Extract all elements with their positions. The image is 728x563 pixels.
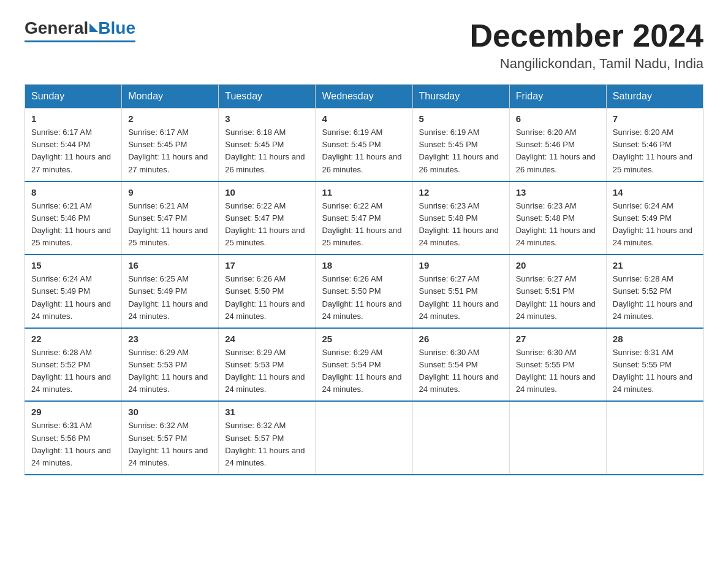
- day-number: 23: [128, 334, 212, 344]
- calendar-cell: 9Sunrise: 6:21 AMSunset: 5:47 PMDaylight…: [122, 182, 219, 255]
- calendar-cell: [412, 401, 509, 475]
- day-info: Sunrise: 6:21 AMSunset: 5:46 PMDaylight:…: [31, 200, 115, 250]
- day-info: Sunrise: 6:32 AMSunset: 5:57 PMDaylight:…: [225, 419, 309, 469]
- day-number: 24: [225, 334, 309, 344]
- day-info: Sunrise: 6:29 AMSunset: 5:53 PMDaylight:…: [128, 347, 212, 396]
- month-title: December 2024: [469, 18, 703, 53]
- day-number: 18: [322, 260, 406, 270]
- calendar-cell: 26Sunrise: 6:30 AMSunset: 5:54 PMDayligh…: [412, 328, 509, 402]
- day-number: 16: [128, 260, 212, 270]
- day-number: 15: [31, 260, 115, 270]
- day-info: Sunrise: 6:19 AMSunset: 5:45 PMDaylight:…: [419, 126, 503, 176]
- day-number: 17: [225, 260, 309, 270]
- day-info: Sunrise: 6:32 AMSunset: 5:57 PMDaylight:…: [128, 419, 212, 469]
- calendar-week-4: 22Sunrise: 6:28 AMSunset: 5:52 PMDayligh…: [25, 328, 703, 402]
- day-info: Sunrise: 6:18 AMSunset: 5:45 PMDaylight:…: [225, 126, 309, 176]
- day-number: 1: [31, 113, 115, 124]
- calendar-cell: 24Sunrise: 6:29 AMSunset: 5:53 PMDayligh…: [219, 328, 316, 402]
- day-info: Sunrise: 6:31 AMSunset: 5:55 PMDaylight:…: [613, 347, 697, 396]
- calendar-cell: [606, 401, 703, 475]
- calendar-header: Sunday Monday Tuesday Wednesday Thursday…: [25, 85, 703, 109]
- logo-underline: [25, 40, 135, 42]
- calendar-cell: 14Sunrise: 6:24 AMSunset: 5:49 PMDayligh…: [606, 182, 703, 255]
- day-number: 26: [419, 334, 503, 344]
- calendar-week-5: 29Sunrise: 6:31 AMSunset: 5:56 PMDayligh…: [25, 401, 703, 475]
- calendar-cell: 20Sunrise: 6:27 AMSunset: 5:51 PMDayligh…: [509, 255, 606, 328]
- day-number: 20: [516, 260, 600, 270]
- day-number: 22: [31, 334, 115, 344]
- day-info: Sunrise: 6:17 AMSunset: 5:44 PMDaylight:…: [31, 126, 115, 176]
- calendar-cell: 10Sunrise: 6:22 AMSunset: 5:47 PMDayligh…: [219, 182, 316, 255]
- calendar-cell: 19Sunrise: 6:27 AMSunset: 5:51 PMDayligh…: [412, 255, 509, 328]
- calendar-cell: [509, 401, 606, 475]
- calendar-week-1: 1Sunrise: 6:17 AMSunset: 5:44 PMDaylight…: [25, 109, 703, 182]
- header-saturday: Saturday: [606, 85, 703, 109]
- day-number: 6: [516, 113, 600, 124]
- day-info: Sunrise: 6:30 AMSunset: 5:55 PMDaylight:…: [516, 347, 600, 396]
- day-info: Sunrise: 6:22 AMSunset: 5:47 PMDaylight:…: [322, 200, 406, 250]
- calendar-cell: 17Sunrise: 6:26 AMSunset: 5:50 PMDayligh…: [219, 255, 316, 328]
- header-sunday: Sunday: [25, 85, 122, 109]
- day-number: 13: [516, 187, 600, 197]
- header-thursday: Thursday: [412, 85, 509, 109]
- calendar-cell: 8Sunrise: 6:21 AMSunset: 5:46 PMDaylight…: [25, 182, 122, 255]
- weekday-header-row: Sunday Monday Tuesday Wednesday Thursday…: [25, 85, 703, 109]
- logo-general-text: General: [25, 18, 88, 38]
- calendar-cell: [316, 401, 412, 475]
- day-info: Sunrise: 6:30 AMSunset: 5:54 PMDaylight:…: [419, 347, 503, 396]
- calendar-body: 1Sunrise: 6:17 AMSunset: 5:44 PMDaylight…: [25, 109, 703, 475]
- day-info: Sunrise: 6:26 AMSunset: 5:50 PMDaylight:…: [322, 273, 406, 323]
- day-info: Sunrise: 6:24 AMSunset: 5:49 PMDaylight:…: [31, 273, 115, 323]
- day-info: Sunrise: 6:28 AMSunset: 5:52 PMDaylight:…: [31, 347, 115, 396]
- header-friday: Friday: [509, 85, 606, 109]
- day-number: 11: [322, 187, 406, 197]
- day-info: Sunrise: 6:24 AMSunset: 5:49 PMDaylight:…: [613, 200, 697, 250]
- calendar-cell: 6Sunrise: 6:20 AMSunset: 5:46 PMDaylight…: [509, 109, 606, 182]
- calendar-cell: 18Sunrise: 6:26 AMSunset: 5:50 PMDayligh…: [316, 255, 412, 328]
- day-number: 3: [225, 113, 309, 124]
- day-number: 31: [225, 407, 309, 417]
- day-number: 14: [613, 187, 697, 197]
- calendar-cell: 7Sunrise: 6:20 AMSunset: 5:46 PMDaylight…: [606, 109, 703, 182]
- day-number: 10: [225, 187, 309, 197]
- day-info: Sunrise: 6:29 AMSunset: 5:54 PMDaylight:…: [322, 347, 406, 396]
- calendar-cell: 11Sunrise: 6:22 AMSunset: 5:47 PMDayligh…: [316, 182, 412, 255]
- calendar-cell: 28Sunrise: 6:31 AMSunset: 5:55 PMDayligh…: [606, 328, 703, 402]
- day-info: Sunrise: 6:17 AMSunset: 5:45 PMDaylight:…: [128, 126, 212, 176]
- day-info: Sunrise: 6:19 AMSunset: 5:45 PMDaylight:…: [322, 126, 406, 176]
- day-info: Sunrise: 6:23 AMSunset: 5:48 PMDaylight:…: [419, 200, 503, 250]
- header-tuesday: Tuesday: [219, 85, 316, 109]
- logo-blue-text: Blue: [98, 18, 135, 38]
- calendar-week-2: 8Sunrise: 6:21 AMSunset: 5:46 PMDaylight…: [25, 182, 703, 255]
- day-number: 25: [322, 334, 406, 344]
- calendar-cell: 4Sunrise: 6:19 AMSunset: 5:45 PMDaylight…: [316, 109, 412, 182]
- calendar-cell: 13Sunrise: 6:23 AMSunset: 5:48 PMDayligh…: [509, 182, 606, 255]
- day-info: Sunrise: 6:27 AMSunset: 5:51 PMDaylight:…: [419, 273, 503, 323]
- day-number: 7: [613, 113, 697, 124]
- day-number: 12: [419, 187, 503, 197]
- day-info: Sunrise: 6:27 AMSunset: 5:51 PMDaylight:…: [516, 273, 600, 323]
- header-wednesday: Wednesday: [316, 85, 412, 109]
- day-info: Sunrise: 6:26 AMSunset: 5:50 PMDaylight:…: [225, 273, 309, 323]
- calendar-cell: 31Sunrise: 6:32 AMSunset: 5:57 PMDayligh…: [219, 401, 316, 475]
- day-info: Sunrise: 6:29 AMSunset: 5:53 PMDaylight:…: [225, 347, 309, 396]
- calendar-cell: 30Sunrise: 6:32 AMSunset: 5:57 PMDayligh…: [122, 401, 219, 475]
- day-info: Sunrise: 6:20 AMSunset: 5:46 PMDaylight:…: [613, 126, 697, 176]
- calendar-cell: 21Sunrise: 6:28 AMSunset: 5:52 PMDayligh…: [606, 255, 703, 328]
- day-info: Sunrise: 6:22 AMSunset: 5:47 PMDaylight:…: [225, 200, 309, 250]
- day-number: 30: [128, 407, 212, 417]
- logo-triangle-icon: [89, 23, 98, 32]
- calendar-cell: 2Sunrise: 6:17 AMSunset: 5:45 PMDaylight…: [122, 109, 219, 182]
- day-number: 21: [613, 260, 697, 270]
- calendar-cell: 12Sunrise: 6:23 AMSunset: 5:48 PMDayligh…: [412, 182, 509, 255]
- day-number: 19: [419, 260, 503, 270]
- day-number: 2: [128, 113, 212, 124]
- day-number: 8: [31, 187, 115, 197]
- calendar-cell: 23Sunrise: 6:29 AMSunset: 5:53 PMDayligh…: [122, 328, 219, 402]
- day-info: Sunrise: 6:28 AMSunset: 5:52 PMDaylight:…: [613, 273, 697, 323]
- day-number: 5: [419, 113, 503, 124]
- calendar-cell: 22Sunrise: 6:28 AMSunset: 5:52 PMDayligh…: [25, 328, 122, 402]
- day-info: Sunrise: 6:20 AMSunset: 5:46 PMDaylight:…: [516, 126, 600, 176]
- calendar-week-3: 15Sunrise: 6:24 AMSunset: 5:49 PMDayligh…: [25, 255, 703, 328]
- calendar-cell: 29Sunrise: 6:31 AMSunset: 5:56 PMDayligh…: [25, 401, 122, 475]
